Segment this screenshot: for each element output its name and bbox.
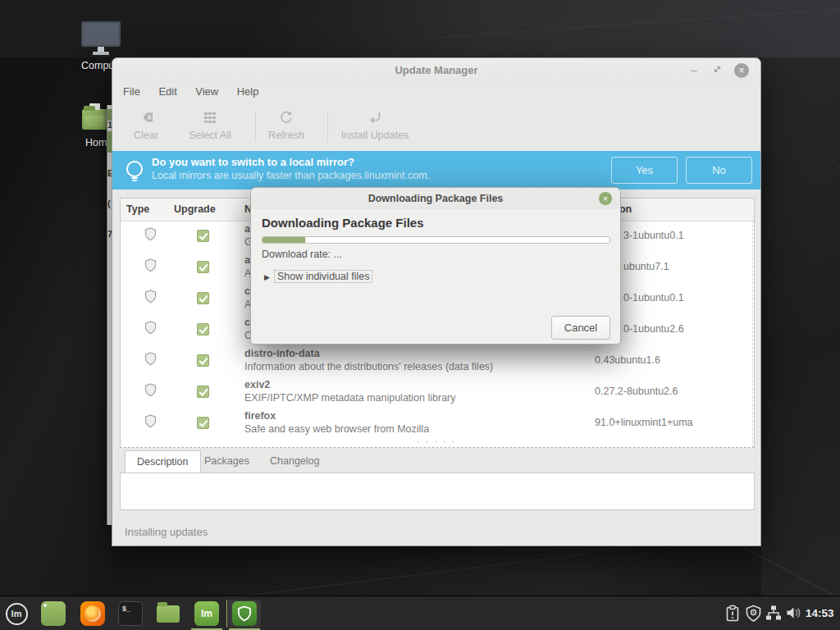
- package-description: EXIF/IPTC/XMP metadata manipulation libr…: [244, 392, 456, 404]
- network-tray-icon[interactable]: [765, 605, 782, 624]
- download-progress-bar: [262, 236, 610, 244]
- clipboard-tray-icon[interactable]: [724, 605, 741, 626]
- package-description: Information about the distributions' rel…: [244, 361, 493, 372]
- upgrade-checkbox[interactable]: [197, 386, 209, 398]
- table-row[interactable]: exiv2 EXIF/IPTC/XMP metadata manipulatio…: [121, 377, 754, 408]
- no-button[interactable]: No: [686, 157, 752, 184]
- yes-button[interactable]: Yes: [611, 157, 678, 184]
- terminal-launcher[interactable]: $_: [117, 600, 144, 627]
- download-rate-text: Download rate: ...: [262, 249, 342, 260]
- show-desktop-button[interactable]: [40, 600, 66, 627]
- table-row[interactable]: firefox Safe and easy web browser from M…: [121, 408, 754, 439]
- folder-tab: [84, 106, 95, 111]
- computer-icon-base: [93, 52, 109, 55]
- dialog-titlebar[interactable]: Downloading Package Files: [251, 188, 620, 209]
- shield-icon: [144, 290, 157, 304]
- upgrade-checkbox[interactable]: [197, 323, 209, 336]
- minimize-button[interactable]: –: [687, 63, 701, 78]
- select-all-label: Select All: [181, 130, 239, 141]
- shield-icon: [144, 383, 157, 397]
- folder-front: [84, 116, 109, 127]
- install-updates-button[interactable]: Install Updates: [337, 107, 413, 141]
- occluded-text: (: [107, 199, 111, 208]
- files-launcher[interactable]: [155, 600, 181, 627]
- package-name: firefox: [244, 410, 276, 422]
- expander-label: Show individual files: [274, 270, 373, 283]
- refresh-icon: [263, 107, 309, 127]
- pane-splitter-handle[interactable]: · · · · ·: [112, 436, 760, 446]
- mint-logo-icon: lm: [6, 603, 28, 625]
- maximize-button[interactable]: [710, 63, 724, 78]
- close-button[interactable]: ×: [734, 63, 749, 78]
- mirror-banner: Do you want to switch to a local mirror?…: [112, 151, 760, 189]
- wallpaper-facet: [761, 57, 840, 596]
- software-manager-icon: lm: [194, 601, 219, 626]
- table-row[interactable]: distro-info-data Information about the d…: [121, 345, 754, 377]
- clock[interactable]: 14:53: [806, 607, 834, 619]
- refresh-button[interactable]: Refresh: [263, 107, 309, 141]
- toolbar-separator: [327, 111, 328, 142]
- tab-description[interactable]: Description: [125, 450, 201, 472]
- refresh-label: Refresh: [263, 130, 309, 141]
- update-shield-tray-icon[interactable]: [745, 605, 762, 626]
- toolbar: Clear Select All: [112, 103, 760, 150]
- show-desktop-icon: [41, 601, 66, 626]
- progress-fill: [262, 237, 305, 243]
- col-upgrade[interactable]: Upgrade: [174, 203, 216, 215]
- lightbulb-icon: [122, 158, 147, 183]
- dialog-close-button[interactable]: ×: [599, 192, 612, 205]
- banner-subtitle: Local mirrors are usually faster than pa…: [152, 170, 430, 181]
- status-text: Installing updates: [125, 526, 208, 538]
- taskbar: lm $_ lm: [0, 596, 840, 630]
- software-manager-task[interactable]: lm: [194, 600, 220, 627]
- package-name: exiv2: [244, 379, 270, 390]
- toolbar-separator: [255, 111, 256, 142]
- select-all-icon: [181, 107, 239, 127]
- upgrade-checkbox[interactable]: [197, 230, 209, 242]
- upgrade-checkbox[interactable]: [197, 417, 209, 429]
- tab-changelog[interactable]: Changelog: [258, 450, 331, 472]
- menu-edit[interactable]: Edit: [151, 83, 184, 100]
- package-description: Safe and easy web browser from Mozilla: [244, 423, 429, 435]
- shield-icon: [144, 352, 157, 366]
- package-version: 0.43ubuntu1.6: [595, 354, 660, 366]
- install-updates-label: Install Updates: [337, 130, 413, 141]
- col-type[interactable]: Type: [126, 203, 149, 215]
- menu-help[interactable]: Help: [230, 83, 267, 100]
- shield-icon: [144, 414, 157, 428]
- upgrade-checkbox[interactable]: [197, 261, 209, 273]
- package-version: 91.0+linuxmint1+uma: [595, 417, 693, 428]
- wallpaper-facet: [0, 0, 840, 57]
- cancel-button[interactable]: Cancel: [551, 316, 610, 340]
- titlebar[interactable]: Update Manager: [112, 58, 760, 83]
- select-all-button[interactable]: Select All: [181, 107, 239, 141]
- maximize-icon: [713, 65, 722, 74]
- terminal-icon: $_: [118, 601, 143, 626]
- description-panel: [120, 472, 755, 510]
- firefox-launcher[interactable]: [80, 600, 106, 627]
- firefox-icon: [80, 601, 105, 626]
- shield-icon: [144, 227, 157, 241]
- clear-icon: [124, 107, 168, 127]
- clear-button[interactable]: Clear: [124, 107, 168, 141]
- dialog-heading: Downloading Package Files: [262, 216, 424, 230]
- update-manager-task[interactable]: [231, 600, 258, 627]
- show-individual-files-expander[interactable]: ▶Show individual files: [264, 271, 372, 282]
- shield-icon: [144, 258, 157, 272]
- download-dialog: Downloading Package Files × Downloading …: [250, 187, 621, 345]
- tab-packages[interactable]: Packages: [193, 450, 261, 472]
- wallpaper-facet: [112, 546, 761, 596]
- mint-menu-button[interactable]: lm: [3, 600, 30, 627]
- menu-view[interactable]: View: [188, 83, 226, 100]
- upgrade-checkbox[interactable]: [197, 292, 209, 304]
- computer-icon: [81, 21, 121, 47]
- menu-file[interactable]: File: [116, 83, 148, 100]
- task-separator: [226, 600, 227, 628]
- install-updates-icon: [337, 107, 413, 127]
- banner-title: Do you want to switch to a local mirror?: [152, 156, 354, 168]
- upgrade-checkbox[interactable]: [197, 354, 209, 367]
- package-name: distro-info-data: [244, 348, 320, 359]
- update-manager-shield-icon: [232, 601, 257, 626]
- clear-label: Clear: [124, 130, 168, 141]
- volume-tray-icon[interactable]: [785, 605, 801, 624]
